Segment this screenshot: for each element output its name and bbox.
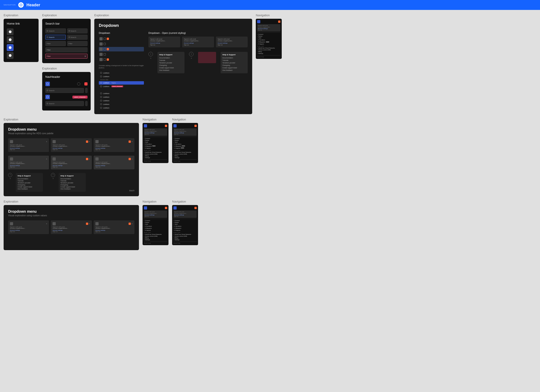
nh-search-input-2[interactable]: Search [45,101,84,106]
mnc-lr2-waypoint[interactable]: ▾ Waypoint [144,145,152,147]
list2-item-1[interactable]: ListItem [99,92,144,95]
settings-icon-1[interactable] [77,82,80,85]
help-btn-dd-1[interactable]: ? [8,173,12,177]
help2-item-3[interactable]: Terraform provider [222,62,246,64]
mnc-lr2-hvn[interactable]: HashiCorp Virtual Networks [144,151,167,153]
ud3-account[interactable]: Account settings [218,42,246,44]
hm2-item-5[interactable]: Create support ticket [60,186,84,188]
udc1-so[interactable]: Sign out [10,231,47,232]
filter-input-2[interactable]: Filter [67,41,88,46]
help-item-5[interactable]: Create support ticket [159,67,183,69]
help2-item-1[interactable]: Documentation [222,57,246,59]
mnc-lr2-settings[interactable]: Settings [144,157,167,159]
hm-item-1[interactable]: Documentation [18,178,41,180]
mnc-lr3-iam[interactable]: Access control (IAM) [144,235,167,237]
mnc-item-iam[interactable]: Access control (IAM) [257,49,280,51]
help2-item-4[interactable]: Changelog [222,64,246,67]
help-item-1[interactable]: Documentation [159,57,183,59]
mnc-lr2-signout-2[interactable]: Sign out [174,134,196,135]
hm2-item-4[interactable]: Changelog [60,184,84,186]
mnc-lr2-packer-2[interactable]: Packer [174,139,197,141]
mnc-lr3-vault[interactable]: Vault [144,223,167,225]
mnc-lr3-so-2[interactable]: Sign out [174,216,196,217]
list-item-4[interactable]: ListItem select_character [99,85,144,88]
search-input-1[interactable]: Search [45,28,66,33]
nh-btn-1[interactable] [85,88,88,93]
mnc-item-terraform[interactable]: ▾ Terraform [257,39,280,41]
mnc-item-vagrant[interactable]: ▾ Vagrant [257,43,264,45]
help-item-4[interactable]: Changelog [159,64,183,67]
mnc-lr3-settings[interactable]: Settings [144,239,167,241]
mnc-lr2-iam[interactable]: Access control (IAM) [144,153,167,155]
mnc-lr2-iam-2[interactable]: Access control (IAM) [174,153,197,155]
hm-item-3[interactable]: Terraform provider [18,182,41,184]
nh-logo-2[interactable] [45,95,50,99]
list2-item-5[interactable]: ListItem [99,106,144,110]
mnc-lr3-settings-2[interactable]: Settings [174,239,197,241]
mnc-lr3-so-1[interactable]: Sign out [145,216,166,217]
mnc-lr3-vault-2[interactable]: Vault [174,223,197,225]
nh-search-input-1[interactable]: Search [45,88,84,93]
hm2-item-1[interactable]: Documentation [60,178,84,180]
mnc-lr2-billing-2[interactable]: Billing [174,155,197,157]
udm3-so[interactable]: Sign out [95,149,133,150]
help2-item-5[interactable]: Create support ticket [222,67,246,69]
help2-item-2[interactable]: Tutorials [222,59,246,62]
mnc-lr3-iam-2[interactable]: Access control (IAM) [174,235,197,237]
search-input-focused[interactable]: Search [45,35,66,40]
udc3-so[interactable]: Sign out [95,231,133,232]
help-item-3[interactable]: Terraform provider [159,62,183,64]
help2-item-6[interactable]: Give feedback [222,69,246,71]
icon-btn-3-selected[interactable] [7,44,14,51]
search-input-2[interactable]: Search [67,28,88,33]
list-item-1[interactable]: ListItem [99,71,144,75]
mnc-lr3-terraform-2[interactable]: ▾ Terraform [174,225,197,227]
mnc-lr3-waypoint-2[interactable]: ▾ Waypoint [174,227,197,229]
filter-input-3[interactable]: Filter [45,47,88,52]
hm2-item-3[interactable]: Terraform provider [60,182,84,184]
mnc-lr3-vagrant[interactable]: ▾ Vagrant [144,229,167,231]
hm-item-5[interactable]: Create support ticket [18,186,41,188]
udm6-so[interactable]: Sign out [95,166,133,168]
icon-btn-2[interactable] [7,36,14,43]
mnc-lr3-connect[interactable]: Connect [144,220,167,222]
mnc-lr2-terraform[interactable]: ▾ Terraform [144,143,167,145]
mnc-item-waypoint[interactable]: ▾ Waypoint [257,41,265,43]
mnc-lr2-connect[interactable]: Connect [144,138,167,139]
list-item-2[interactable]: ListItem [99,75,144,78]
mnc-item-hvn[interactable]: HashiCorp Virtual Networks [257,47,280,49]
ud1-account[interactable]: Account settings [150,42,178,44]
mnc-item-settings[interactable]: Settings [257,53,280,54]
nh-logo-1[interactable] [45,82,50,86]
hm2-item-6[interactable]: Give feedback [60,188,84,190]
ud1-signout[interactable]: Sign out [150,44,178,45]
mnc-signout-1[interactable]: Sign out [258,29,280,31]
ud3-signout[interactable]: Sign out [218,44,246,45]
filter-input-active[interactable]: Filter [45,54,88,59]
mnc-lr3-packer[interactable]: Packer [144,222,167,223]
mnc-lr2-vagrant[interactable]: ▾ Vagrant [144,147,167,149]
filter-input-1[interactable]: Filter [45,41,66,46]
udm1-so[interactable]: Sign out [10,149,47,150]
hm-item-2[interactable]: Tutorials [18,180,41,182]
mnc-lr2-waypoint-2[interactable]: ▾ Waypoint [174,145,181,147]
mnc-lr2-signout-1[interactable]: Sign out [145,134,166,135]
help-item-2[interactable]: Tutorials [159,59,183,62]
mnc-lr2-hvn-2[interactable]: HashiCorp Virtual Networks [174,151,197,153]
mnc-item-billing[interactable]: Billing [257,51,280,53]
mnc-lr3-hvn-2[interactable]: HashiCorp Virtual Networks [174,233,197,235]
udm2-so[interactable]: Sign out [53,149,90,150]
mnc-lr2-terraform-2[interactable]: ▾ Terraform [174,143,197,145]
mnc-lr2-vault-2[interactable]: Vault [174,141,197,143]
list-item-selected[interactable]: ListItem Topics [99,81,144,84]
mnc-lr3-billing-2[interactable]: Billing [174,237,197,239]
ud2-signout[interactable]: Sign out [184,44,212,45]
mnc-lr2-connect-2[interactable]: Connect [174,138,197,139]
help-circle-2[interactable]: ? [189,52,194,56]
mnc-item-vault[interactable]: Vault [257,37,280,39]
hm-item-4[interactable]: Changelog [18,184,41,186]
nh-btn-2[interactable] [85,101,88,106]
udc2-so[interactable]: Sign out [53,231,90,232]
udm5-so[interactable]: Sign out [53,166,90,168]
help-item-6[interactable]: Give feedback [159,69,183,71]
